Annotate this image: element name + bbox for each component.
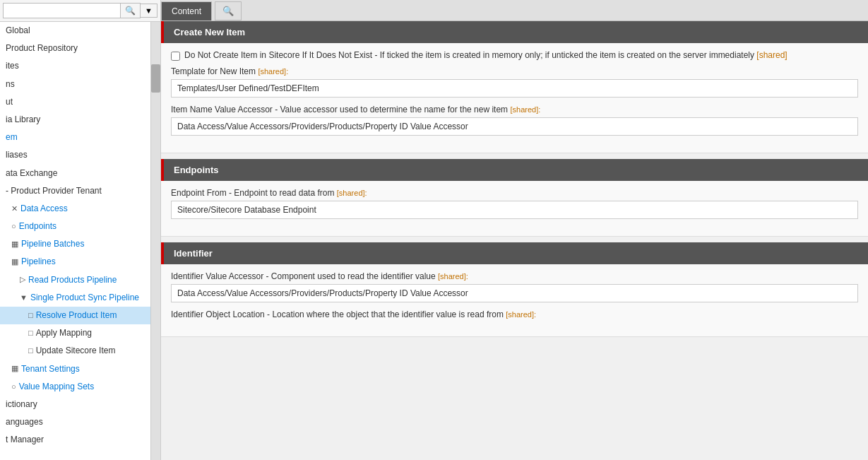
sidebar-scrollbar[interactable] bbox=[150, 22, 160, 460]
nav-label: Pipeline Batches bbox=[21, 237, 84, 251]
sidebar-item-ata-exchange[interactable]: ata Exchange bbox=[0, 165, 150, 182]
nav-label: - Product Provider Tenant bbox=[6, 184, 102, 198]
grid-icon: ▦ bbox=[11, 238, 18, 251]
sidebar-item-ns[interactable]: ns bbox=[0, 76, 150, 93]
nav-label: Read Products Pipeline bbox=[28, 273, 117, 287]
nav-label: Global bbox=[6, 24, 30, 37]
item-name-label: Item Name Value Accessor - Value accesso… bbox=[171, 105, 858, 114]
checkbox-icon: □ bbox=[28, 327, 33, 340]
identifier-value-label: Identifier Value Accessor - Component us… bbox=[171, 271, 858, 281]
sidebar-item-ut[interactable]: ut bbox=[0, 93, 150, 111]
sidebar-item-single-product-sync-pipeline[interactable]: ▼ Single Product Sync Pipeline bbox=[0, 289, 150, 307]
nav-label: Apply Mapping bbox=[36, 326, 92, 340]
circle-icon: ○ bbox=[11, 220, 16, 233]
template-label: Template for New Item [shared]: bbox=[171, 66, 858, 76]
nav-label: ns bbox=[6, 78, 15, 91]
nav-label: liases bbox=[6, 148, 28, 162]
sidebar-item-update-sitecore-item[interactable]: □ Update Sitecore Item bbox=[0, 342, 150, 360]
nav-label: Pipelines bbox=[21, 255, 56, 269]
scrollbar-thumb[interactable] bbox=[151, 64, 160, 93]
sidebar-item-ia-library[interactable]: ia Library bbox=[0, 111, 150, 129]
identifier-object-field-row: Identifier Object Location - Location wh… bbox=[171, 309, 858, 319]
sidebar: 🔍 ▼ Global Product Repository ites ns ut bbox=[0, 0, 161, 460]
nav-label: Single Product Sync Pipeline bbox=[30, 291, 139, 305]
nav-label: Tenant Settings bbox=[21, 362, 80, 376]
sidebar-item-em[interactable]: em bbox=[0, 129, 150, 146]
endpoint-from-field-row: Endpoint From - Endpoint to read data fr… bbox=[171, 188, 858, 219]
identifier-object-label: Identifier Object Location - Location wh… bbox=[171, 309, 858, 319]
endpoint-from-value: Sitecore/Sitecore Database Endpoint bbox=[171, 201, 858, 219]
nav-label: Product Repository bbox=[6, 42, 78, 55]
sidebar-item-anguages[interactable]: anguages bbox=[0, 413, 150, 431]
identifier-value-shared: [shared]: bbox=[438, 272, 468, 281]
section-header-create-new-item: Create New Item bbox=[161, 21, 868, 43]
nav-label: Data Access bbox=[20, 202, 68, 216]
nav-label: anguages bbox=[6, 415, 43, 429]
sidebar-item-ictionary[interactable]: ictionary bbox=[0, 396, 150, 413]
tab-content[interactable]: Content bbox=[161, 1, 212, 20]
sidebar-item-resolve-product-item[interactable]: □ Resolve Product Item bbox=[0, 307, 150, 324]
nav-label: ut bbox=[6, 95, 13, 109]
nav-label: Update Sitecore Item bbox=[36, 344, 116, 358]
checkbox-icon: □ bbox=[28, 309, 33, 322]
shared-badge: [shared] bbox=[756, 50, 787, 60]
identifier-value-value: Data Access/Value Accessors/Providers/Pr… bbox=[171, 284, 858, 302]
sidebar-item-product-provider-tenant[interactable]: - Product Provider Tenant bbox=[0, 182, 150, 200]
search-button[interactable]: 🔍 bbox=[121, 3, 141, 18]
template-value: Templates/User Defined/TestDEFItem bbox=[171, 79, 858, 98]
tab-search-button[interactable]: 🔍 bbox=[215, 1, 242, 20]
dropdown-button[interactable]: ▼ bbox=[141, 4, 157, 18]
sidebar-item-t-manager[interactable]: t Manager bbox=[0, 431, 150, 449]
section-gap-1 bbox=[161, 153, 868, 159]
sidebar-item-read-products-pipeline[interactable]: ▷ Read Products Pipeline bbox=[0, 271, 150, 289]
item-name-value: Data Access/Value Accessors/Providers/Pr… bbox=[171, 117, 858, 136]
sidebar-item-tenant-settings[interactable]: ▦ Tenant Settings bbox=[0, 360, 150, 378]
endpoint-from-shared: [shared]: bbox=[337, 189, 367, 197]
content-area: Create New Item Do Not Create Item in Si… bbox=[161, 21, 868, 460]
sidebar-item-pipeline-batches[interactable]: ▦ Pipeline Batches bbox=[0, 235, 150, 253]
section-body-create-new-item: Do Not Create Item in Sitecore If It Doe… bbox=[161, 43, 868, 153]
arrow-down-icon: ▼ bbox=[20, 292, 28, 305]
grid-icon: ▦ bbox=[11, 256, 18, 269]
section-body-endpoints: Endpoint From - Endpoint to read data fr… bbox=[161, 181, 868, 237]
do-not-create-checkbox-row: Do Not Create Item in Sitecore If It Doe… bbox=[171, 50, 858, 61]
template-shared: [shared]: bbox=[258, 67, 288, 76]
template-field-row: Template for New Item [shared]: Template… bbox=[171, 66, 858, 98]
endpoint-from-label: Endpoint From - Endpoint to read data fr… bbox=[171, 188, 858, 198]
section-header-endpoints: Endpoints bbox=[161, 159, 868, 181]
section-gap-2 bbox=[161, 237, 868, 242]
sidebar-item-ites[interactable]: ites bbox=[0, 57, 150, 75]
nav-label: em bbox=[6, 131, 18, 144]
main-panel: Content 🔍 Create New Item Do Not Create … bbox=[161, 0, 868, 460]
section-header-identifier: Identifier bbox=[161, 242, 868, 264]
grid-icon: ▦ bbox=[11, 362, 18, 375]
item-name-field-row: Item Name Value Accessor - Value accesso… bbox=[171, 105, 858, 136]
nav-label: ata Exchange bbox=[6, 167, 57, 180]
identifier-object-shared: [shared]: bbox=[506, 310, 536, 319]
sidebar-item-data-access[interactable]: ✕ Data Access bbox=[0, 200, 150, 218]
nav-label: ictionary bbox=[6, 398, 37, 411]
sidebar-item-product-repository[interactable]: Product Repository bbox=[0, 40, 150, 57]
sidebar-item-endpoints[interactable]: ○ Endpoints bbox=[0, 218, 150, 235]
section-body-identifier: Identifier Value Accessor - Component us… bbox=[161, 264, 868, 337]
nav-label: ites bbox=[6, 59, 19, 73]
arrow-right-icon: ▷ bbox=[20, 273, 25, 286]
nav-label: Resolve Product Item bbox=[36, 309, 117, 322]
search-input[interactable] bbox=[3, 3, 121, 18]
circle-icon: ○ bbox=[11, 381, 16, 394]
do-not-create-checkbox[interactable] bbox=[171, 52, 180, 61]
do-not-create-label: Do Not Create Item in Sitecore If It Doe… bbox=[184, 50, 787, 60]
nav-label: t Manager bbox=[6, 433, 44, 447]
nav-label: Value Mapping Sets bbox=[19, 380, 95, 394]
identifier-value-field-row: Identifier Value Accessor - Component us… bbox=[171, 271, 858, 302]
sidebar-item-apply-mapping[interactable]: □ Apply Mapping bbox=[0, 324, 150, 342]
sidebar-item-value-mapping-sets[interactable]: ○ Value Mapping Sets bbox=[0, 378, 150, 396]
sidebar-nav: Global Product Repository ites ns ut ia … bbox=[0, 22, 150, 460]
sidebar-search-bar: 🔍 ▼ bbox=[0, 0, 160, 22]
nav-label: ia Library bbox=[6, 113, 40, 126]
x-icon: ✕ bbox=[11, 203, 18, 216]
sidebar-item-pipelines[interactable]: ▦ Pipelines bbox=[0, 253, 150, 271]
sidebar-item-global[interactable]: Global bbox=[0, 22, 150, 40]
sidebar-item-liases[interactable]: liases bbox=[0, 146, 150, 164]
checkbox-icon: □ bbox=[28, 345, 33, 358]
